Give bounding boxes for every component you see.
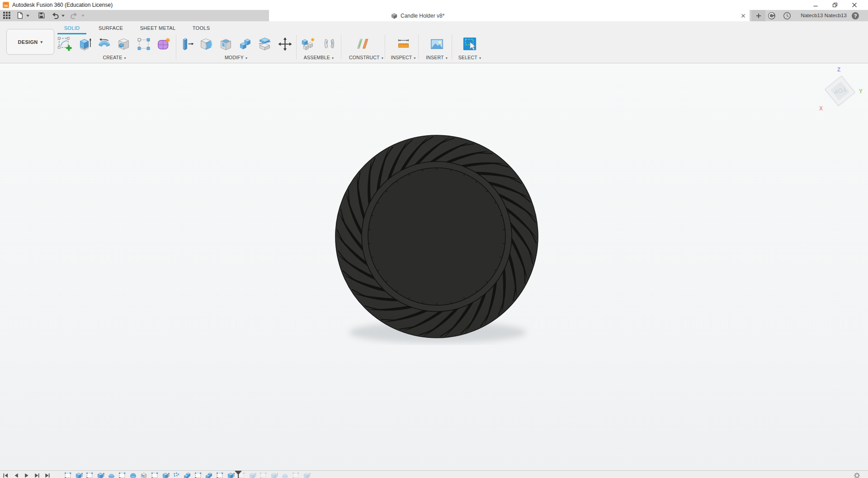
ribbon-toolbar: DESIGN SOLIDSURFACESHEET METALTOOLS CREA…: [0, 21, 868, 63]
redo-caret-icon[interactable]: [81, 14, 85, 17]
workspace-selector[interactable]: DESIGN: [6, 29, 54, 55]
file-menu-caret-icon[interactable]: [26, 14, 29, 17]
tab-close-icon[interactable]: [741, 13, 746, 19]
go-to-end-button[interactable]: [44, 473, 51, 478]
ribbon-tab-sheet-metal[interactable]: SHEET METAL: [136, 24, 180, 33]
ribbon-tab-tools[interactable]: TOOLS: [187, 24, 216, 33]
window-title: Autodesk Fusion 360 (Education License): [12, 0, 113, 10]
model-canvas[interactable]: TOP Z Y X: [0, 63, 868, 470]
timeline-feature-combine[interactable]: [184, 472, 191, 478]
insert-image-button[interactable]: [429, 37, 444, 52]
ribbon-group-construct: CONSTRUCT: [349, 34, 377, 61]
fillet-button[interactable]: [199, 37, 214, 52]
group-label-select[interactable]: SELECT: [455, 55, 485, 60]
group-label-inspect[interactable]: INSPECT: [389, 55, 418, 60]
undo-icon[interactable]: [52, 12, 59, 19]
timeline-feature-extrude[interactable]: [303, 472, 311, 478]
document-tab[interactable]: Candle Holder v8*: [269, 10, 750, 21]
timeline-feature-extrude[interactable]: [75, 472, 83, 478]
timeline-feature-extrude[interactable]: [270, 472, 278, 478]
timeline-feature-sketch[interactable]: [216, 472, 224, 478]
undo-caret-icon[interactable]: [61, 14, 65, 17]
timeline-feature-extrude[interactable]: [162, 472, 170, 478]
restore-button[interactable]: [828, 0, 842, 10]
view-cube-face-label: TOP: [827, 78, 853, 104]
ribbon-separator: [296, 35, 297, 59]
axis-z-label: Z: [837, 66, 840, 73]
group-label-create[interactable]: CREATE: [55, 55, 174, 60]
user-account[interactable]: Natecb13 Natecb13: [800, 10, 847, 21]
timeline-feature-pattern[interactable]: [173, 472, 180, 478]
axis-y-label: Y: [859, 88, 863, 95]
extensions-icon[interactable]: [768, 12, 776, 20]
document-cube-icon: [391, 13, 397, 19]
create-form-button[interactable]: [156, 37, 171, 52]
go-to-start-button[interactable]: [3, 473, 9, 478]
app-launcher-icon[interactable]: [3, 12, 10, 19]
ribbon-group-select: SELECT: [455, 34, 485, 61]
timeline-feature-sketch[interactable]: [259, 472, 267, 478]
shell-button[interactable]: [219, 37, 234, 52]
save-icon[interactable]: [38, 12, 45, 19]
play-button[interactable]: [24, 473, 30, 478]
split-body-button[interactable]: [258, 37, 273, 52]
move-button[interactable]: [278, 37, 292, 52]
group-label-assemble[interactable]: ASSEMBLE: [297, 55, 340, 60]
ribbon-separator: [385, 35, 385, 59]
document-tab-label: Candle Holder v8*: [401, 13, 444, 19]
offset-plane-button[interactable]: [356, 37, 371, 52]
timeline-feature-revolve[interactable]: [281, 472, 289, 478]
ribbon-separator: [176, 35, 176, 59]
file-menu-icon[interactable]: [16, 12, 24, 19]
select-button[interactable]: [462, 37, 477, 52]
press-pull-button[interactable]: [179, 37, 194, 52]
ribbon-tab-solid[interactable]: SOLID: [57, 24, 86, 33]
rectangular-pattern-button[interactable]: [137, 37, 151, 52]
close-window-button[interactable]: [848, 0, 861, 10]
timeline-feature-extrude[interactable]: [97, 472, 104, 478]
combine-button[interactable]: [238, 37, 253, 52]
new-component-button[interactable]: [301, 37, 316, 52]
group-label-modify[interactable]: MODIFY: [177, 55, 295, 60]
ribbon-separator: [418, 35, 419, 59]
view-cube[interactable]: TOP Z Y X: [813, 66, 867, 119]
axis-x-label: X: [819, 105, 823, 112]
ribbon-group-create: CREATE: [55, 34, 174, 61]
ribbon-separator: [452, 35, 452, 59]
timeline-feature-revolve[interactable]: [108, 472, 115, 478]
timeline-position-marker[interactable]: [235, 471, 242, 478]
timeline-feature-sketch[interactable]: [292, 472, 300, 478]
fusion-logo-icon: [3, 2, 9, 8]
job-status-icon[interactable]: [783, 12, 791, 20]
timeline-feature-sketch[interactable]: [194, 472, 202, 478]
timeline-feature-form[interactable]: [129, 472, 137, 478]
step-back-button[interactable]: [13, 473, 19, 478]
ribbon-group-modify: MODIFY: [177, 34, 295, 61]
measure-button[interactable]: [396, 37, 411, 52]
timeline-feature-sketch[interactable]: [118, 472, 126, 478]
group-label-construct[interactable]: CONSTRUCT: [349, 55, 377, 60]
revolve-button[interactable]: [97, 37, 112, 52]
timeline-feature-sketch[interactable]: [86, 472, 94, 478]
group-label-insert[interactable]: INSERT: [422, 55, 452, 60]
timeline-feature-combine[interactable]: [205, 472, 213, 478]
timeline-feature-sketch[interactable]: [64, 472, 72, 478]
timeline-feature-hole[interactable]: [140, 472, 148, 478]
new-tab-button[interactable]: [751, 10, 765, 21]
hole-button[interactable]: [117, 37, 132, 52]
timeline-feature-extrude[interactable]: [227, 472, 235, 478]
model-candle-holder[interactable]: [328, 128, 545, 345]
joint-button[interactable]: [322, 37, 337, 52]
minimize-button[interactable]: [809, 0, 822, 10]
timeline-feature-sketch[interactable]: [151, 472, 159, 478]
help-icon[interactable]: ?: [851, 12, 859, 20]
redo-icon[interactable]: [71, 12, 78, 19]
timeline-feature-extrude[interactable]: [249, 472, 256, 478]
view-cube-face[interactable]: TOP: [825, 76, 855, 106]
ribbon-tab-surface[interactable]: SURFACE: [94, 24, 127, 33]
extrude-button[interactable]: [77, 37, 92, 52]
create-sketch-button[interactable]: [57, 37, 72, 52]
svg-text:?: ?: [854, 13, 857, 19]
timeline-settings-gear-icon[interactable]: [854, 472, 860, 478]
step-forward-button[interactable]: [34, 473, 40, 478]
